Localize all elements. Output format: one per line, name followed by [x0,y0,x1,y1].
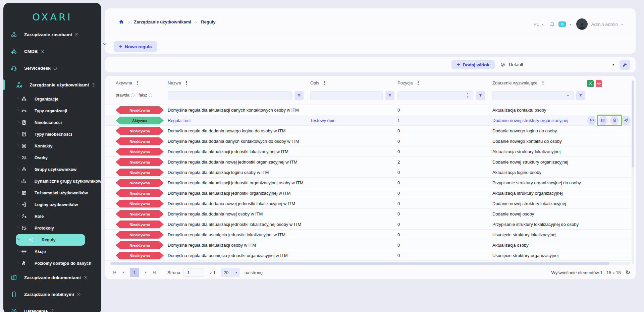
status-badge: Nieaktywna [116,189,164,197]
sidebar-item-dynamic-user-groups[interactable]: Dynamiczne grupy użytkowników [3,175,101,187]
trigger-filter-select[interactable] [492,91,574,100]
breadcrumb-link-user-management[interactable]: Zarządzanie użytkownikami [134,19,191,24]
last-page-button[interactable] [150,268,159,277]
table-row[interactable]: NieaktywnaDomyślna reguła dla usunięcia … [105,230,631,240]
sidebar-item-user-logins[interactable]: Loginy użytkowników [3,199,101,210]
sidebar-item-roles[interactable]: Role [3,210,101,222]
sidebar-item-servicedesk[interactable]: Servicedesk [3,60,101,76]
export-excel-icon[interactable]: X [587,80,594,87]
sidebar-item-organizations[interactable]: Organizacje [3,93,101,105]
table-row[interactable]: NieaktywnaDomyślna reguła dla aktualizac… [105,188,631,198]
current-page-button[interactable]: 1 [130,268,139,277]
radio-true[interactable] [131,93,135,97]
sidebar-item-user-groups[interactable]: Grupy użytkowników [3,164,101,175]
spinner-up-icon[interactable]: ▲ [467,91,469,95]
send-button[interactable] [621,116,631,125]
vertical-scrollbar-thumb[interactable] [632,80,634,168]
avatar[interactable] [576,18,588,30]
name-filter-input[interactable] [168,91,292,100]
sidebar-item-absences[interactable]: Nieobecności [3,117,101,128]
home-icon[interactable] [118,19,124,25]
description-filter-funnel-button[interactable] [385,91,394,100]
new-rule-button[interactable]: + Nowa reguła [114,41,157,52]
radio-false[interactable] [149,93,152,97]
sidebar-item-protocols[interactable]: Protokoły [3,222,101,234]
table-row[interactable]: NieaktywnaDomyślna reguła dla dodania no… [105,198,631,209]
position-spinner[interactable]: ▲ ▼ [467,91,469,99]
spinner-down-icon[interactable]: ▼ [467,95,469,99]
horizontal-scrollbar[interactable] [110,262,630,265]
column-header-position[interactable]: Pozycja ⋮ [397,80,421,85]
column-header-description[interactable]: Opis ⋮ [310,80,327,85]
column-header-trigger[interactable]: Zdarzenie wyzwalające ⋮ [492,80,545,85]
position-filter-funnel-button[interactable] [476,91,485,100]
tree-connector [17,186,20,193]
table-row[interactable]: AktywnaReguła TestTestowy opis1Dodanie n… [105,115,631,126]
sidebar-item-data-access-levels[interactable]: Poziomy dostępu do danych [3,257,101,269]
table-row[interactable]: NieaktywnaDomyślna reguła dla aktualizac… [105,167,631,178]
column-menu-icon[interactable]: ⋮ [416,80,421,85]
user-name[interactable]: Admin Admin [591,22,618,27]
position-filter-input[interactable] [397,91,473,100]
add-view-button[interactable]: + Dodaj widok [451,60,495,69]
column-menu-icon[interactable]: ⋮ [541,80,545,85]
next-page-button[interactable] [141,268,150,277]
rule-name[interactable]: Reguła Test [168,115,191,126]
horizontal-scrollbar-thumb[interactable] [110,262,609,265]
sidebar-item-absence-types[interactable]: Typy nieobecności [3,128,101,140]
table-row[interactable]: NieaktywnaDomyślna reguła dla aktualizac… [105,178,631,188]
column-menu-icon[interactable]: ⋮ [323,80,327,85]
bell-icon[interactable] [549,21,555,27]
language-selector[interactable]: PL ▾ [534,22,544,27]
table-row[interactable]: NieaktywnaDomyślna reguła dla aktualizac… [105,240,631,250]
page-number-input[interactable] [183,268,204,277]
table-row[interactable]: NieaktywnaDomyślna reguła dla aktualizac… [105,105,631,115]
column-header-name[interactable]: Nazwa ⋮ [168,80,189,85]
previous-page-button[interactable] [119,268,128,277]
sidebar-item-organization-types[interactable]: Typy organizacji [3,105,101,117]
organization-types-icon [21,108,27,114]
refresh-icon[interactable]: ↻ [626,270,630,275]
sidebar-item-mobile[interactable]: Zarządzanie mobilnymi [3,286,101,303]
name-filter-funnel-button[interactable] [294,91,304,100]
sidebar-item-user-management[interactable]: Zarządzanie użytkownikami [3,76,101,93]
sidebar-item-persons[interactable]: Osoby [3,152,101,164]
caret-down-icon[interactable]: ▾ [621,22,623,26]
column-menu-icon[interactable]: ⋮ [184,80,189,85]
caret-down-icon[interactable]: ▾ [569,22,571,26]
page-size-select[interactable]: 20 ▾ [221,268,240,277]
first-page-button[interactable] [110,268,119,277]
table-row[interactable]: NieaktywnaDomyślna reguła dla usunięcia … [105,250,631,261]
table-row[interactable]: NieaktywnaDomyślna reguła dla dodania no… [105,157,631,167]
sidebar-item-settings[interactable]: Ustawienia [3,303,101,312]
view-selector[interactable]: Default ▾ [498,61,616,69]
view-button[interactable] [587,116,596,125]
export-pdf-icon[interactable]: PDF [596,80,602,87]
sidebar-collapse-icon[interactable] [102,41,108,47]
select-caret-icon[interactable]: ▾ [567,94,569,97]
sidebar-item-contacts[interactable]: Kontakty [3,140,101,152]
rule-position: 0 [397,240,400,250]
description-filter-input[interactable] [310,91,383,100]
table-row[interactable]: NieaktywnaDomyślna reguła dla aktualizac… [105,146,631,157]
edit-button[interactable] [598,116,608,125]
vertical-scrollbar[interactable] [632,80,634,264]
sidebar-item-actions[interactable]: Akcje [3,246,101,257]
rule-trigger[interactable]: Dodanie nowej struktury organizacyjnej [492,115,568,126]
sidebar-item-rules[interactable]: Reguły [16,234,85,246]
rule-name: Domyślna reguła dla aktualizacji jednost… [168,146,288,157]
sidebar-item-cmdb[interactable]: CMDB [3,43,101,60]
sidebar-item-user-identities[interactable]: Tożsamości użytkowników [3,187,101,199]
table-row[interactable]: NieaktywnaDomyślna reguła dla dodania no… [105,126,631,136]
sidebar-item-documents[interactable]: Zarządzanie dokumentami [3,269,101,286]
column-menu-icon[interactable]: ⋮ [136,80,140,85]
settings-wrench-button[interactable] [620,60,630,70]
sidebar-item-assets[interactable]: Zarządzanie zasobami [3,26,101,43]
trigger-filter-funnel-button[interactable] [576,91,585,100]
breadcrumb-link-rules[interactable]: Reguły [201,19,215,24]
table-row[interactable]: NieaktywnaDomyślna reguła dla dodania no… [105,209,631,219]
column-header-active[interactable]: Aktywna ⋮ [116,80,140,85]
table-row[interactable]: NieaktywnaDomyślna reguła dla aktualizac… [105,219,631,230]
delete-button[interactable] [610,116,619,125]
table-row[interactable]: NieaktywnaDomyślna reguła dla dodania da… [105,136,631,146]
